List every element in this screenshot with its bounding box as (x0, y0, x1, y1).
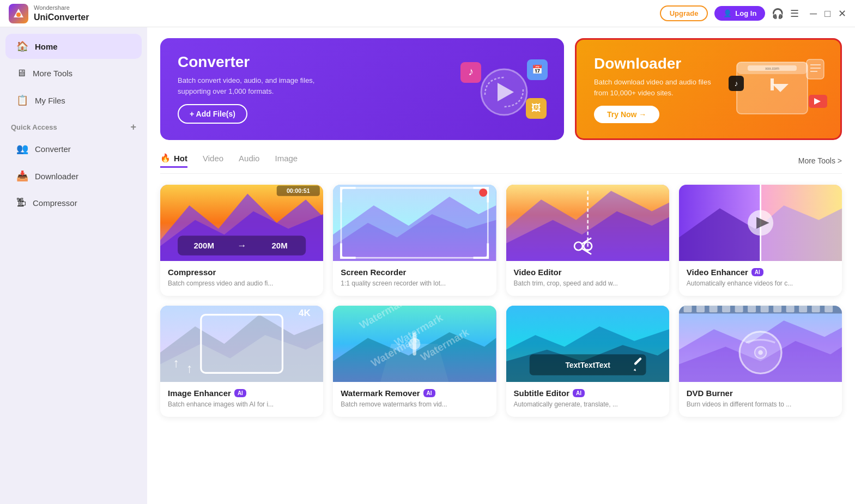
browser-graphic-svg: xxx.com ♪ (726, 54, 829, 125)
ai-badge-image-enhancer: AI (234, 389, 246, 397)
headphone-icon[interactable]: 🎧 (772, 8, 784, 20)
sidebar-item-converter[interactable]: 👥 Converter (5, 136, 142, 161)
sidebar-item-my-files[interactable]: 📋 My Files (5, 88, 142, 113)
tool-card-watermark-remover[interactable]: Watermark Watermark Watermark Watermark … (333, 306, 496, 417)
video-editor-card-body: Video Editor Batch trim, crop, speed and… (506, 261, 669, 296)
tools-icon: 🖥 (16, 68, 26, 79)
image-enhancer-title: Image Enhancer AI (168, 388, 316, 398)
ai-badge-watermark-remover: AI (423, 389, 435, 397)
window-controls: ─ □ ✕ (810, 9, 846, 19)
screen-recorder-card-body: Screen Recorder 1:1 quality screen recor… (333, 261, 496, 296)
close-button[interactable]: ✕ (838, 9, 846, 19)
compressor-icon: 🗜 (16, 197, 26, 209)
login-button[interactable]: 👤 Log In (714, 6, 765, 21)
more-tools-link[interactable]: More Tools > (798, 156, 842, 165)
maximize-button[interactable]: □ (824, 9, 830, 19)
converter-banner-icons: ♪ 📅 🖼 (455, 57, 553, 122)
sidebar-more-tools-label: More Tools (33, 69, 72, 78)
image-enhancer-desc: Batch enhance images with AI for i... (168, 400, 316, 409)
tool-card-video-enhancer[interactable]: Video Enhancer AI Automatically enhance … (679, 185, 842, 296)
dvd-burner-card-image (679, 306, 842, 382)
svg-rect-20 (807, 59, 824, 79)
svg-text:4K: 4K (299, 307, 311, 318)
svg-text:↑: ↑ (173, 356, 180, 370)
compressor-card-image: 00:00:51 200M → 20M (160, 185, 323, 261)
watermark-remover-card-image: Watermark Watermark Watermark Watermark (333, 306, 496, 382)
screen-recorder-desc: 1:1 quality screen recorder with lot... (341, 279, 488, 288)
svg-rect-68 (413, 332, 416, 355)
video-enhancer-graphic (679, 185, 842, 261)
tool-card-image-enhancer[interactable]: ↑ ↑ 4K Image Enhancer AI Batch enhance i… (160, 306, 323, 417)
svg-rect-80 (683, 306, 692, 312)
converter-banner-desc: Batch convert video, audio, and image fi… (178, 75, 341, 96)
titlebar-actions: Upgrade 👤 Log In 🎧 ☰ ─ □ ✕ (660, 5, 846, 21)
svg-rect-91 (824, 306, 833, 312)
image-enhancer-graphic: ↑ ↑ 4K (160, 306, 323, 382)
watermark-remover-card-body: Watermark Remover AI Batch remove waterm… (333, 382, 496, 417)
screen-recorder-title: Screen Recorder (341, 268, 488, 277)
hero-banners: Converter Batch convert video, audio, an… (160, 38, 842, 140)
sidebar-item-compressor[interactable]: 🗜 Compressor (5, 191, 142, 215)
svg-text:↑: ↑ (186, 361, 193, 375)
downloader-banner-desc: Batch download video and audio files fro… (594, 77, 725, 98)
add-files-button[interactable]: + Add File(s) (178, 104, 247, 124)
svg-text:♪: ♪ (735, 79, 738, 88)
tool-card-compressor[interactable]: 00:00:51 200M → 20M Compressor Batch com… (160, 185, 323, 296)
upgrade-button[interactable]: Upgrade (660, 5, 708, 21)
compressor-title: Compressor (168, 268, 316, 277)
downloader-banner[interactable]: Downloader Batch download video and audi… (575, 38, 842, 140)
menu-icon[interactable]: ☰ (790, 8, 799, 20)
dvd-burner-card-body: DVD Burner Burn videos in different form… (679, 382, 842, 417)
watermark-remover-title: Watermark Remover AI (341, 388, 488, 398)
tools-grid: 00:00:51 200M → 20M Compressor Batch com… (160, 185, 842, 417)
dvd-burner-graphic (679, 306, 842, 382)
tab-audio[interactable]: Audio (239, 154, 259, 168)
tab-video[interactable]: Video (203, 154, 223, 168)
tab-hot[interactable]: 🔥 Hot (160, 153, 187, 168)
quick-access-label: Quick Access (11, 123, 57, 131)
minimize-button[interactable]: ─ (810, 9, 817, 19)
tool-card-dvd-burner[interactable]: DVD Burner Burn videos in different form… (679, 306, 842, 417)
sidebar-item-more-tools[interactable]: 🖥 More Tools (5, 61, 142, 86)
image-enhancer-card-image: ↑ ↑ 4K (160, 306, 323, 382)
svg-point-94 (758, 350, 763, 355)
sidebar-my-files-label: My Files (35, 96, 65, 105)
quick-access-header: Quick Access + (0, 116, 147, 135)
quick-access-add-icon[interactable]: + (130, 122, 136, 133)
tab-image[interactable]: Image (275, 154, 298, 168)
app-name: Wondershare UniConverter (34, 4, 89, 22)
video-editor-title: Video Editor (514, 268, 662, 277)
home-icon: 🏠 (16, 40, 28, 52)
subtitle-editor-title: Subtitle Editor AI (514, 388, 662, 398)
sidebar-item-home[interactable]: 🏠 Home (5, 34, 142, 59)
sidebar-item-downloader[interactable]: 📥 Downloader (5, 163, 142, 189)
tool-card-screen-recorder[interactable]: Screen Recorder 1:1 quality screen recor… (333, 185, 496, 296)
subtitle-editor-desc: Automatically generate, translate, ... (514, 400, 662, 409)
compressor-card-body: Compressor Batch compress video and audi… (160, 261, 323, 296)
video-editor-card-image (506, 185, 669, 261)
main-content: Converter Batch convert video, audio, an… (147, 27, 855, 504)
login-user-icon: 👤 (723, 9, 732, 17)
svg-text:TextTextText: TextTextText (565, 361, 610, 369)
svg-text:20M: 20M (272, 241, 288, 250)
svg-rect-89 (799, 306, 807, 312)
sidebar-home-label: Home (35, 42, 58, 51)
downloader-graphic: xxx.com ♪ (726, 54, 829, 125)
app-branding: Wondershare UniConverter (9, 4, 89, 23)
converter-banner[interactable]: Converter Batch convert video, audio, an… (160, 38, 564, 140)
tool-card-subtitle-editor[interactable]: TextTextText Subtitle Editor AI Automati… (506, 306, 669, 417)
app-logo-icon (9, 4, 28, 23)
video-enhancer-card-body: Video Enhancer AI Automatically enhance … (679, 261, 842, 296)
main-layout: 🏠 Home 🖥 More Tools 📋 My Files Quick Acc… (0, 27, 855, 504)
try-now-button[interactable]: Try Now → (594, 106, 659, 123)
svg-text:♪: ♪ (468, 65, 474, 77)
video-editor-desc: Batch trim, crop, speed and add w... (514, 279, 662, 288)
subtitle-editor-graphic: TextTextText (506, 306, 669, 382)
image-enhancer-card-body: Image Enhancer AI Batch enhance images w… (160, 382, 323, 417)
video-enhancer-title: Video Enhancer AI (687, 268, 834, 277)
video-enhancer-desc: Automatically enhance videos for c... (687, 279, 834, 288)
tool-card-video-editor[interactable]: Video Editor Batch trim, crop, speed and… (506, 185, 669, 296)
svg-rect-87 (773, 306, 781, 312)
watermark-remover-desc: Batch remove watermarks from vid... (341, 400, 488, 409)
dvd-burner-desc: Burn videos in different formats to ... (687, 400, 834, 409)
